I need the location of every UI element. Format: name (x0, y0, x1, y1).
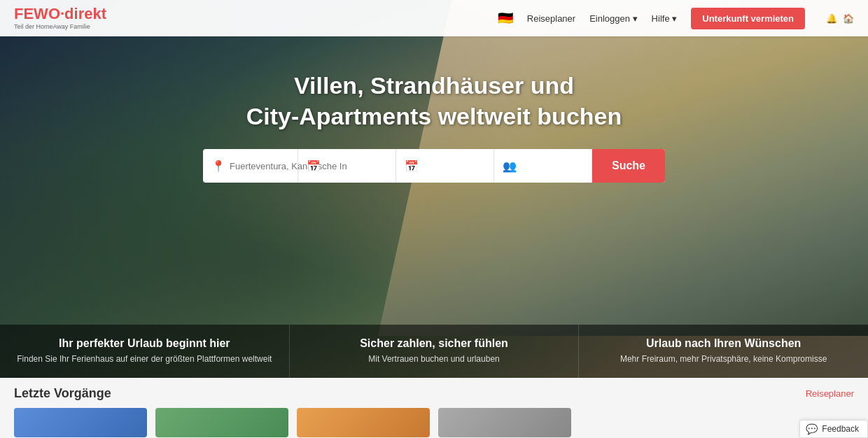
checkin-field[interactable]: 📅 27.12.2018 (298, 149, 396, 183)
guests-input[interactable]: 2 Gäste (521, 161, 584, 171)
logo[interactable]: FEWO·direkt Teil der HomeAway Familie (14, 6, 106, 31)
banner-title-1: Ihr perfekter Urlaub beginnt hier (14, 337, 275, 350)
banner-sub-1: Finden Sie Ihr Ferienhaus auf einer der … (14, 354, 275, 364)
hero-title-line1: Villen, Strandhäuser und (294, 72, 574, 99)
einloggen-label: Einloggen (589, 13, 630, 24)
nav-einloggen[interactable]: Einloggen ▾ (589, 13, 637, 24)
letzte-vorgange-title: Letzte Vorgänge (14, 386, 111, 401)
vermieten-button[interactable]: Unterkunft vermieten (691, 8, 805, 29)
feedback-tab[interactable]: 💬 Feedback (799, 420, 868, 438)
hero-title-line2: City-Apartments weltweit buchen (246, 103, 622, 129)
logo-sub-text: Teil der HomeAway Familie (14, 23, 106, 31)
banner-title-3: Urlaub nach Ihren Wünschen (593, 337, 854, 350)
banner-title-2: Sicher zahlen, sicher fühlen (304, 337, 565, 350)
feedback-icon: 💬 (806, 423, 818, 435)
hero-section: Villen, Strandhäuser und City-Apartments… (0, 0, 868, 378)
card-thumb-3[interactable] (297, 408, 430, 437)
checkin-input[interactable]: 27.12.2018 (325, 161, 395, 171)
language-flag[interactable]: 🇩🇪 (498, 10, 513, 26)
banner-item-1: Ihr perfekter Urlaub beginnt hier Finden… (0, 325, 290, 378)
calendar-icon: 📅 (307, 160, 321, 173)
home-icon[interactable]: 🏠 (843, 13, 854, 24)
card-thumb-4[interactable] (438, 408, 571, 437)
card-thumb-2[interactable] (155, 408, 288, 437)
banner-item-2: Sicher zahlen, sicher fühlen Mit Vertrau… (290, 325, 580, 378)
banner-sub-3: Mehr Freiraum, mehr Privatsphäre, keine … (593, 354, 854, 364)
banner-item-3: Urlaub nach Ihren Wünschen Mehr Freiraum… (579, 325, 868, 378)
checkout-input[interactable]: 02.01.2019 (423, 161, 493, 171)
header-icons: 🔔 🏠 (826, 13, 854, 24)
bell-icon[interactable]: 🔔 (826, 13, 837, 24)
header: FEWO·direkt Teil der HomeAway Familie 🇩🇪… (0, 0, 868, 36)
letzte-header: Letzte Vorgänge Reiseplaner (14, 386, 854, 401)
guests-icon: 👥 (503, 160, 517, 173)
guests-field[interactable]: 👥 2 Gäste (494, 149, 592, 183)
feedback-label: Feedback (822, 424, 859, 434)
chevron-down-icon: ▾ (672, 13, 677, 24)
hero-title: Villen, Strandhäuser und City-Apartments… (189, 70, 679, 132)
cards-row (14, 408, 854, 437)
banner-sub-2: Mit Vertrauen buchen und urlauben (304, 354, 565, 364)
location-icon: 📍 (211, 160, 225, 173)
calendar-icon2: 📅 (405, 160, 419, 173)
header-nav: 🇩🇪 Reiseplaner Einloggen ▾ Hilfe ▾ Unter… (498, 8, 854, 29)
reiseplaner-link[interactable]: Reiseplaner (806, 388, 854, 399)
hero-overlay (0, 0, 868, 378)
bottom-section: Letzte Vorgänge Reiseplaner (0, 378, 868, 438)
checkout-field[interactable]: 📅 02.01.2019 (396, 149, 494, 183)
chevron-down-icon: ▾ (633, 13, 638, 24)
search-button[interactable]: Suche (592, 149, 665, 183)
card-thumb-1[interactable] (14, 408, 147, 437)
hero-banners: Ihr perfekter Urlaub beginnt hier Finden… (0, 325, 868, 378)
search-box: 📍 📅 27.12.2018 📅 02.01.2019 👥 2 Gäste Su… (203, 149, 665, 183)
nav-hilfe[interactable]: Hilfe ▾ (652, 13, 678, 24)
hilfe-label: Hilfe (652, 13, 670, 24)
nav-reiseplaner[interactable]: Reiseplaner (527, 13, 575, 24)
location-field[interactable]: 📍 (203, 149, 298, 183)
hero-content: Villen, Strandhäuser und City-Apartments… (189, 70, 679, 183)
logo-main-text: FEWO·direkt (14, 6, 106, 22)
